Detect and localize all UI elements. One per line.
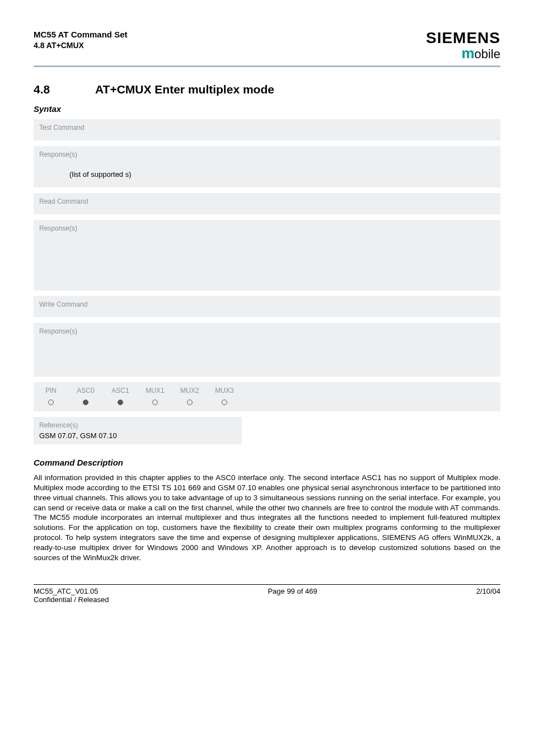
test-response-block: Response(s) (list of supported s) xyxy=(34,146,500,187)
read-command-block: Read Command xyxy=(34,193,500,214)
read-command-label: Read Command xyxy=(34,193,500,214)
page-footer: MC55_ATC_V01.05 Confidential / Released … xyxy=(34,584,500,604)
test-response-label: Response(s) xyxy=(34,146,500,167)
section-number: 4.8 xyxy=(34,83,95,96)
circle-open-icon xyxy=(222,400,227,405)
reference-label: Reference(s) xyxy=(34,417,242,430)
val-asc0 xyxy=(68,397,103,411)
circle-open-icon xyxy=(187,400,193,405)
siemens-logo: SIEMENS mobile xyxy=(426,29,500,62)
doc-subtitle: 4.8 AT+CMUX xyxy=(34,40,128,50)
col-mux3: MUX3 xyxy=(207,382,242,397)
circle-filled-icon xyxy=(83,400,88,405)
logo-mobile: mobile xyxy=(426,45,500,62)
val-mux1 xyxy=(138,397,172,411)
logo-obile: obile xyxy=(475,47,500,61)
write-command-label: Write Command xyxy=(34,296,500,317)
col-mux2: MUX2 xyxy=(172,382,207,397)
val-mux2 xyxy=(172,397,207,411)
circle-open-icon xyxy=(48,400,54,405)
section-title-text: AT+CMUX Enter multiplex mode xyxy=(95,83,274,96)
header-left: MC55 AT Command Set 4.8 AT+CMUX xyxy=(34,29,128,50)
write-response-content xyxy=(69,346,495,369)
test-command-block: Test Command xyxy=(34,119,500,140)
doc-title: MC55 AT Command Set xyxy=(34,29,128,40)
test-command-label: Test Command xyxy=(34,119,500,140)
reference-content: GSM 07.07, GSM 07.10 xyxy=(34,430,242,444)
circle-open-icon xyxy=(152,400,158,405)
write-response-block: Response(s) xyxy=(34,323,500,377)
header-divider xyxy=(34,65,500,67)
footer-left: MC55_ATC_V01.05 Confidential / Released xyxy=(34,587,109,604)
applicability-table: PIN ASC0 ASC1 MUX1 MUX2 MUX3 xyxy=(34,382,500,411)
val-asc1 xyxy=(103,397,138,411)
footer-confidential: Confidential / Released xyxy=(34,595,109,604)
col-asc1: ASC1 xyxy=(103,382,138,397)
val-mux3 xyxy=(207,397,242,411)
footer-version: MC55_ATC_V01.05 xyxy=(34,587,109,595)
footer-date: 2/10/04 xyxy=(476,587,500,604)
read-response-content xyxy=(69,243,495,283)
logo-m: m xyxy=(461,45,474,62)
command-description-heading: Command Description xyxy=(34,458,500,467)
page-header: MC55 AT Command Set 4.8 AT+CMUX SIEMENS … xyxy=(34,29,500,62)
circle-filled-icon xyxy=(118,400,123,405)
col-pin: PIN xyxy=(34,382,68,397)
write-command-block: Write Command xyxy=(34,296,500,317)
test-response-content: (list of supported s) xyxy=(34,167,500,187)
col-asc0: ASC0 xyxy=(68,382,103,397)
val-pin xyxy=(34,397,68,411)
reference-block: Reference(s) GSM 07.07, GSM 07.10 xyxy=(34,417,242,444)
section-heading: 4.8AT+CMUX Enter multiplex mode xyxy=(34,83,500,96)
write-response-label: Response(s) xyxy=(34,323,500,344)
read-response-label: Response(s) xyxy=(34,220,500,241)
read-response-block: Response(s) xyxy=(34,220,500,290)
command-description-body: All information provided in this chapter… xyxy=(34,473,500,562)
syntax-heading: Syntax xyxy=(34,104,500,114)
footer-page: Page 99 of 469 xyxy=(268,587,317,604)
col-mux1: MUX1 xyxy=(138,382,172,397)
